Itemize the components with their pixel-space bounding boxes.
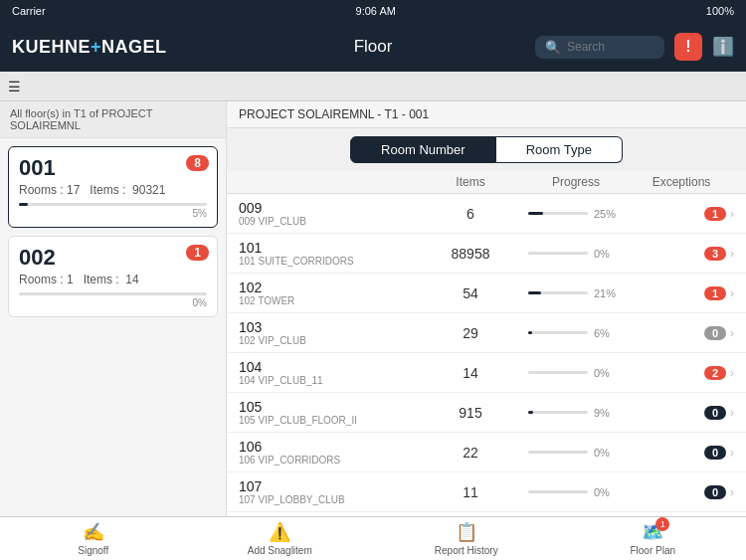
nav-label-0: Signoff [78,545,108,556]
row-exceptions: 1 › [629,286,734,300]
table-row[interactable]: 104 104 VIP_CLUB_11 14 0% 2 › [227,353,746,393]
pct-label: 0% [594,248,624,260]
row-room-name: 104 104 VIP_CLUB_11 [239,359,418,386]
row-room-name: 009 009 VIP_CLUB [239,200,418,227]
row-room-name: 106 106 VIP_CORRIDORS [239,439,418,466]
nav-label-3: Floor Plan [630,545,675,556]
info-icon[interactable]: ℹ️ [712,36,734,58]
nav-item-signoff[interactable]: ✍️ Signoff [0,521,187,556]
battery-label: 100% [706,5,734,17]
nav-item-add-snaglitem[interactable]: ⚠️ Add Snaglitem [187,521,374,556]
row-items: 14 [418,365,523,381]
header-title: Floor [354,37,393,57]
table-row[interactable]: 108 108 VIP_SUITES 75 0% 0 › [227,512,746,516]
progress-bar [528,371,588,374]
progress-bar [528,490,588,493]
exception-badge: 1 [704,286,726,300]
pct-label: 9% [594,407,624,419]
row-items: 11 [418,484,523,500]
progress-fill [528,291,541,294]
floor-badge: 1 [186,245,209,261]
row-room-name: 105 105 VIP_CLUB_FLOOR_II [239,399,418,426]
floor-progress-bar [19,203,207,206]
col-header-room [239,175,418,189]
chevron-right-icon: › [730,247,734,261]
pct-label: 0% [594,447,624,459]
chevron-right-icon: › [730,366,734,380]
row-exceptions: 0 › [629,326,734,340]
search-input[interactable] [567,40,654,54]
chevron-right-icon: › [730,326,734,340]
chevron-right-icon: › [730,286,734,300]
floor-card-002[interactable]: 002 1 Rooms : 1 Items : 14 0% [8,236,218,317]
table-row[interactable]: 107 107 VIP_LOBBY_CLUB 11 0% 0 › [227,472,746,512]
nav-icon-1: ⚠️ [269,521,290,543]
row-progress: 0% [523,248,629,260]
row-exceptions: 0 › [629,485,734,499]
nav-label-1: Add Snaglitem [248,545,312,556]
row-progress: 0% [523,367,629,379]
logo: KUEHNE+NAGEL [12,37,167,58]
col-header-exceptions: Exceptions [629,175,734,189]
floor-card-001[interactable]: 001 8 Rooms : 17 Items : 90321 5% [8,146,218,228]
table-header: Items Progress Exceptions [227,171,746,194]
header-right: 🔍 ! ℹ️ [535,33,734,61]
carrier-label: Carrier [12,5,46,17]
right-panel: PROJECT SOLAIREMNL - T1 - 001 Room Numbe… [227,101,746,516]
table-body: 009 009 VIP_CLUB 6 25% 1 › 101 101 SUITE… [227,194,746,516]
floor-details: Rooms : 17 Items : 90321 [19,183,207,197]
floor-num: 001 [19,155,207,181]
status-bar: Carrier 9:06 AM 100% [0,0,746,22]
exception-badge: 2 [704,366,726,380]
progress-bar [528,331,588,334]
row-progress: 25% [523,208,629,220]
row-exceptions: 0 › [629,406,734,420]
row-items: 88958 [418,246,523,262]
progress-bar [528,451,588,454]
search-bar[interactable]: 🔍 [535,36,664,59]
sub-header: ☰ [0,72,746,101]
floor-badge: 8 [186,155,209,171]
row-exceptions: 2 › [629,366,734,380]
table-row[interactable]: 102 102 TOWER 54 21% 1 › [227,274,746,313]
left-panel: All floor(s) in T1 of PROJECT SOLAIREMNL… [0,101,227,516]
col-header-progress: Progress [523,175,629,189]
exception-badge: 0 [704,446,726,460]
pct-label: 0% [594,367,624,379]
table-row[interactable]: 105 105 VIP_CLUB_FLOOR_II 915 9% 0 › [227,393,746,433]
progress-bar [528,252,588,255]
progress-fill [528,331,532,334]
row-room-name: 101 101 SUITE_CORRIDORS [239,240,418,267]
nav-item-report-history[interactable]: 📋 Report History [373,521,560,556]
table-row[interactable]: 101 101 SUITE_CORRIDORS 88958 0% 3 › [227,234,746,274]
row-items: 29 [418,325,523,341]
exception-badge: 0 [704,326,726,340]
bottom-nav: ✍️ Signoff ⚠️ Add Snaglitem 📋 Report His… [0,516,746,560]
row-progress: 9% [523,407,629,419]
nav-label-2: Report History [435,545,498,556]
exception-badge: 0 [704,485,726,499]
toggle-room-type[interactable]: Room Type [496,136,623,163]
alert-button[interactable]: ! [674,33,702,61]
row-items: 915 [418,405,523,421]
nav-icon-2: 📋 [456,521,477,543]
row-room-name: 103 102 VIP_CLUB [239,319,418,346]
table-row[interactable]: 103 102 VIP_CLUB 29 6% 0 › [227,313,746,353]
row-exceptions: 1 › [629,207,734,221]
table-row[interactable]: 009 009 VIP_CLUB 6 25% 1 › [227,194,746,234]
time-label: 9:06 AM [356,5,396,17]
chevron-right-icon: › [730,446,734,460]
floor-cards-container: 001 8 Rooms : 17 Items : 90321 5% 002 1 … [0,146,226,317]
row-items: 22 [418,445,523,461]
nav-icon-0: ✍️ [83,521,104,543]
row-progress: 0% [523,447,629,459]
nav-item-floor-plan[interactable]: 🗺️ 1 Floor Plan [560,521,747,556]
hamburger-icon[interactable]: ☰ [8,79,21,94]
exception-badge: 3 [704,247,726,261]
toggle-room-number[interactable]: Room Number [350,136,496,163]
row-exceptions: 3 › [629,247,734,261]
nav-icon-3: 🗺️ 1 [642,521,663,543]
floor-progress-fill [19,203,28,206]
row-room-name: 107 107 VIP_LOBBY_CLUB [239,478,418,505]
table-row[interactable]: 106 106 VIP_CORRIDORS 22 0% 0 › [227,433,746,472]
